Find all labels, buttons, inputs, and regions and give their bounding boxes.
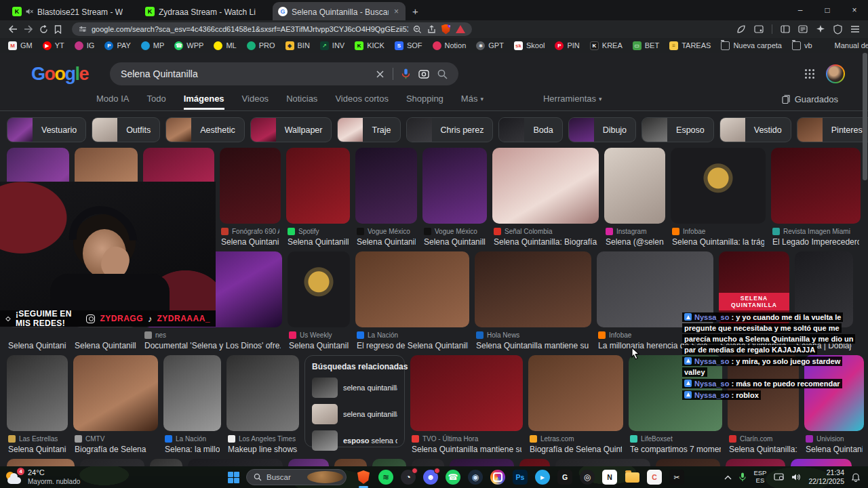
result-thumbnail[interactable] [475,251,591,327]
image-result-tile[interactable]: Hola News Selena Quintanilla mantiene su… [475,251,591,350]
screen-cast-icon[interactable] [774,473,784,481]
taskbar-app-spotify[interactable]: ≋ [377,468,395,486]
bookmark-item[interactable]: PRO [247,41,275,50]
bookmark-item[interactable]: IG [75,41,95,50]
taskbar-app-photoshop[interactable]: Ps [511,468,529,486]
taskbar-app-obs[interactable]: ◔ [399,468,417,486]
clear-search-icon[interactable] [376,70,384,79]
taskbar-app-notion[interactable]: N [601,468,618,486]
filter-chip[interactable]: Outfits [92,117,160,142]
image-result-tile[interactable]: Vogue México Selena Quintanilla:... [422,148,487,247]
result-title[interactable]: Biografía de Selena [75,445,157,454]
minimize-button[interactable]: – [787,5,814,15]
brave-shield-icon[interactable]: 2 [441,24,450,35]
result-title[interactable]: El Legado Imperecedero de S... [772,237,859,247]
results-nav-tab[interactable]: Videos [242,94,269,110]
taskbar-app-explorer[interactable] [623,468,641,486]
vpn-shield-icon[interactable] [833,24,842,35]
result-thumbnail[interactable] [671,148,766,224]
result-title[interactable]: Selena Quintanilla:... [289,341,349,350]
result-title[interactable]: Selena: la millonari... [165,445,220,454]
site-settings-icon[interactable] [79,25,87,33]
tray-chevron-up-icon[interactable] [724,475,732,480]
browser-tab[interactable]: K Zydraaa Stream - Watch Live on Kick × [140,2,273,20]
leo-ai-icon[interactable] [816,24,825,34]
result-title[interactable]: Selena Quintanilla:... [221,237,279,247]
result-title[interactable]: Selena Quintanilla: Biografía, legad... [494,237,597,247]
result-title[interactable]: Selena Quintanilla:... [806,445,863,454]
result-title[interactable]: Selena Quintanilla ... [288,237,349,247]
taskbar-app-brave[interactable] [355,468,372,486]
result-title[interactable]: Selena Quintanilla: la trágica h... [672,237,764,247]
filter-chip[interactable]: Boda [498,117,562,142]
chat-username[interactable]: Nyssa_so [694,380,729,388]
filter-chip[interactable]: Esposo [642,117,714,142]
result-title[interactable]: Selena (@selenaq... [606,237,664,247]
taskbar-app-telegram[interactable]: ▸ [534,468,551,486]
result-thumbnail[interactable] [771,148,861,224]
taskbar-app-ghub[interactable]: G [556,468,574,486]
related-search-item[interactable]: esposo selena quintanilla [312,430,397,451]
bookmark-item[interactable]: Nueva carpeta [721,41,782,50]
taskbar-app-whatsapp[interactable]: ☎ [444,468,462,486]
voice-search-icon[interactable] [401,68,410,79]
result-thumbnail[interactable] [220,148,281,224]
image-result-tile[interactable]: Letras.com Biografía de Selena Quintanil… [528,355,623,454]
lens-search-icon[interactable] [418,69,429,79]
result-thumbnail[interactable] [604,148,665,224]
microphone-icon[interactable] [739,472,746,482]
extension-leaf-icon[interactable] [736,24,746,34]
taskbar-search-box[interactable]: Buscar [246,469,347,485]
bookmark-item[interactable]: S SOF [395,41,422,50]
related-search-item[interactable]: selena quintanilla funeral [312,378,397,398]
reload-button[interactable] [39,25,48,34]
image-result-tile[interactable]: Infobae Selena Quintanilla: la trágica h… [671,148,766,247]
results-nav-tab[interactable]: Modo IA [96,94,129,110]
result-title[interactable]: Selena Quintanilla, Amor... [75,341,136,350]
bookmark-item[interactable]: ▶ YT [43,41,64,50]
search-icon[interactable] [437,69,448,79]
reading-list-icon[interactable] [54,25,62,34]
result-title[interactable]: Selena Quintanilla mantiene su reinado e… [476,341,590,350]
filter-chip[interactable]: Dibujo [568,117,636,142]
filter-chip[interactable]: Chris perez [406,117,494,142]
bookmark-item[interactable]: MP [141,41,165,50]
tools-button[interactable]: Herramientas▾ [543,94,602,110]
results-nav-tab[interactable]: Shopping [406,94,443,110]
result-thumbnail[interactable] [226,355,299,431]
result-thumbnail[interactable] [7,355,68,431]
browser-tab[interactable]: G Selena Quintanilla - Buscar con G × [273,2,406,20]
result-thumbnail[interactable] [528,355,623,431]
filter-chip[interactable]: Wallpaper [250,117,332,142]
menu-icon[interactable] [850,25,860,33]
result-title[interactable]: Makeup line shows... [228,445,298,454]
result-title[interactable]: Selena Quintanilla mantiene su reinad... [412,445,521,454]
result-thumbnail[interactable] [492,148,599,224]
image-result-tile[interactable]: Los Angeles Times Makeup line shows... [226,355,299,454]
related-search-item[interactable]: selena quintanilla muerte [312,404,397,424]
new-tab-button[interactable]: + [412,5,418,17]
bookmark-item[interactable]: ↗ INV [320,41,344,50]
result-thumbnail[interactable] [410,355,523,431]
google-apps-grid-icon[interactable] [804,68,815,79]
image-result-tile[interactable]: Spotify Selena Quintanilla ... [286,148,350,247]
language-indicator[interactable]: ESPES [753,470,766,485]
reading-mode-icon[interactable] [798,25,808,33]
result-title[interactable]: Te compartimos 7 momentos legen... [630,445,721,454]
image-result-tile[interactable]: TVO - Última Hora Selena Quintanilla man… [410,355,523,454]
results-nav-tab[interactable]: Todo [146,94,165,110]
taskbar-app-steam[interactable]: ◉ [467,468,484,486]
bookmark-item[interactable]: vb [792,41,812,50]
image-result-tile[interactable]: Us Weekly Selena Quintanilla:... [288,251,350,350]
result-title[interactable]: Documental 'Selena y Los Dinos' ofre... [144,341,281,350]
filter-chip[interactable]: Pinterest [797,117,868,142]
results-nav-tab[interactable]: Más▾ [461,94,484,110]
chat-username[interactable]: Nyssa_so [694,313,729,321]
results-nav-tab[interactable]: Imágenes [184,94,224,110]
result-title[interactable]: Selena Quintanilla:... [8,445,66,454]
taskbar-app-clip-studio[interactable]: C [646,468,663,486]
bookmark-item[interactable]: P PAY [104,41,130,50]
taskbar-app-instagram[interactable] [489,468,507,486]
result-title[interactable]: Selena Quintanilla:... [424,237,486,247]
bookmark-item[interactable]: K KICK [355,41,384,50]
